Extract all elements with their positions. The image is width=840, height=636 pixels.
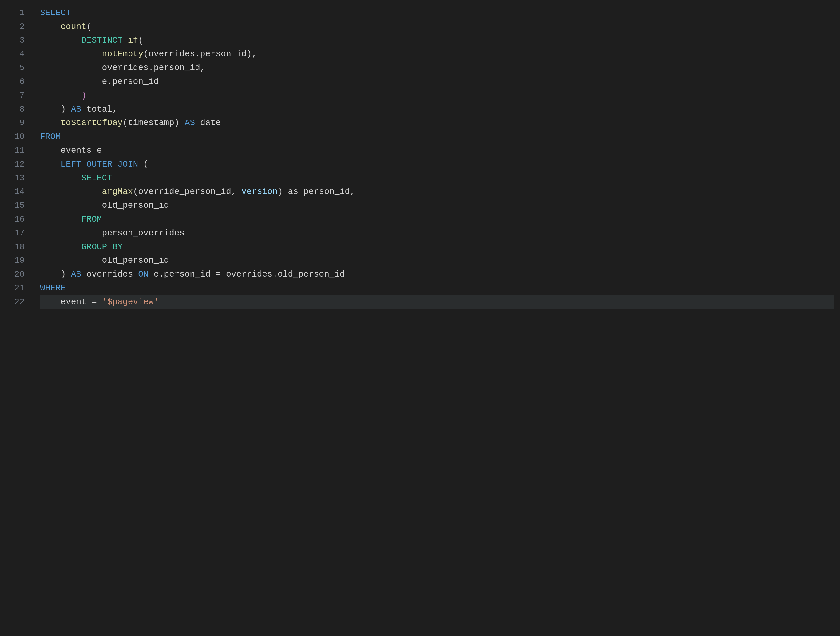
code-line-10: FROM	[40, 130, 834, 144]
line-num-17: 17	[9, 227, 25, 240]
token-14b: ) as person_id,	[278, 185, 355, 199]
code-content-area[interactable]: SELECT count( DISTINCT if( notEmpty(over…	[34, 6, 840, 630]
line-num-13: 13	[9, 172, 25, 185]
token-8a: )	[61, 102, 71, 116]
token-15a: old_person_id	[102, 199, 169, 213]
token-17a: person_overrides	[102, 227, 185, 240]
token-9b: date	[195, 116, 221, 130]
code-line-17: person_overrides	[40, 227, 834, 240]
code-line-19: old_person_id	[40, 254, 834, 268]
line-num-2: 2	[9, 20, 25, 34]
token-20c: e.person_id = overrides.old_person_id	[148, 268, 345, 282]
token-22a: event =	[61, 295, 102, 309]
line-num-1: 1	[9, 6, 25, 20]
line-num-3: 3	[9, 34, 25, 47]
token-fn-argmax: argMax	[102, 185, 133, 199]
token-paren-open-3: (	[138, 34, 143, 47]
token-where-21: WHERE	[40, 282, 66, 295]
token-groupby-18: GROUP BY	[81, 240, 122, 254]
code-line-15: old_person_id	[40, 199, 834, 213]
token-19a: old_person_id	[102, 254, 169, 268]
token-as-8: AS	[71, 102, 82, 116]
code-line-12: LEFT OUTER JOIN (	[40, 157, 834, 172]
line-num-21: 21	[9, 282, 25, 295]
line-num-22: 22	[9, 295, 25, 309]
token-9a: (timestamp)	[123, 116, 185, 130]
token-fn-notempty: notEmpty	[102, 47, 143, 61]
token-as-20: AS	[71, 268, 82, 282]
line-num-19: 19	[9, 254, 25, 268]
code-editor: 1 2 3 4 5 6 7 8 9 10 11 12 13 14 15 16 1…	[0, 0, 840, 636]
code-line-21: WHERE	[40, 282, 834, 295]
code-line-11: events e	[40, 144, 834, 157]
token-8b: total,	[81, 102, 117, 116]
token-14a: (override_person_id,	[133, 185, 242, 199]
token-as-9: AS	[185, 116, 195, 130]
token-11a: events e	[61, 144, 102, 157]
code-line-13: SELECT	[40, 172, 834, 185]
token-pageview-str: '$pageview'	[102, 295, 159, 309]
token-space-3a	[123, 34, 128, 47]
line-num-20: 20	[9, 268, 25, 282]
token-from-16: FROM	[81, 213, 102, 227]
line-num-14: 14	[9, 185, 25, 199]
token-4a: (overrides.person_id),	[143, 47, 257, 61]
token-from-10: FROM	[40, 130, 61, 144]
code-line-3: DISTINCT if(	[40, 34, 834, 47]
code-line-8: ) AS total,	[40, 102, 834, 116]
code-line-6: e.person_id	[40, 75, 834, 89]
line-number-gutter: 1 2 3 4 5 6 7 8 9 10 11 12 13 14 15 16 1…	[0, 6, 34, 630]
line-num-9: 9	[9, 116, 25, 130]
token-select-13: SELECT	[81, 172, 112, 185]
token-fn-if: if	[128, 34, 138, 47]
token-left-12: LEFT OUTER JOIN	[61, 157, 138, 172]
line-num-6: 6	[9, 75, 25, 89]
code-line-16: FROM	[40, 213, 834, 227]
line-num-7: 7	[9, 89, 25, 102]
line-num-11: 11	[9, 144, 25, 157]
token-version: version	[242, 185, 278, 199]
line-num-12: 12	[9, 157, 25, 172]
line-num-5: 5	[9, 61, 25, 75]
line-num-4: 4	[9, 47, 25, 61]
code-line-14: argMax(override_person_id, version) as p…	[40, 185, 834, 199]
code-line-20: ) AS overrides ON e.person_id = override…	[40, 268, 834, 282]
code-line-9: toStartOfDay(timestamp) AS date	[40, 116, 834, 130]
token-on-20: ON	[138, 268, 148, 282]
code-line-22: event = '$pageview'	[40, 295, 834, 309]
code-line-7: )	[40, 89, 834, 102]
token-12a: (	[138, 157, 148, 172]
token-6a: e.person_id	[102, 75, 159, 89]
token-fn-count: count	[61, 20, 87, 34]
token-5a: overrides.person_id,	[102, 61, 205, 75]
line-num-16: 16	[9, 213, 25, 227]
code-line-5: overrides.person_id,	[40, 61, 834, 75]
code-line-4: notEmpty(overrides.person_id),	[40, 47, 834, 61]
code-line-18: GROUP BY	[40, 240, 834, 254]
token-paren-close-7: )	[81, 89, 87, 102]
token-distinct: DISTINCT	[81, 34, 122, 47]
token-20b: overrides	[81, 268, 138, 282]
line-num-18: 18	[9, 240, 25, 254]
token-select-1: SELECT	[40, 6, 71, 20]
code-line-1: SELECT	[40, 6, 834, 20]
token-20a: )	[61, 268, 71, 282]
token-paren-open-2: (	[87, 20, 92, 34]
line-num-10: 10	[9, 130, 25, 144]
line-num-8: 8	[9, 102, 25, 116]
code-line-2: count(	[40, 20, 834, 34]
token-fn-tostartofday: toStartOfDay	[61, 116, 123, 130]
line-num-15: 15	[9, 199, 25, 213]
